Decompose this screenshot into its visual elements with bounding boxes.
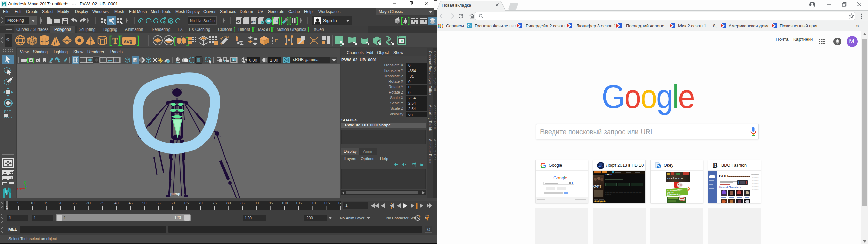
svg-text:50: 50	[142, 201, 146, 205]
svg-text:30: 30	[86, 201, 91, 205]
svg-text:25: 25	[72, 201, 76, 205]
svg-text:T: T	[112, 36, 118, 45]
svg-text:ON: ON	[285, 59, 289, 62]
svg-text:20: 20	[58, 201, 62, 205]
svg-text:0.00: 0.00	[249, 58, 257, 63]
svg-text:HD: HD	[598, 165, 603, 168]
svg-text:[: [	[173, 35, 176, 46]
svg-text:115: 115	[324, 201, 330, 205]
svg-text:45: 45	[129, 201, 133, 205]
svg-text:70: 70	[198, 201, 202, 205]
svg-text:10: 10	[30, 201, 34, 205]
svg-text:65: 65	[184, 201, 189, 205]
svg-text:100: 100	[281, 201, 288, 205]
svg-text:5: 5	[17, 201, 19, 205]
svg-text:85: 85	[240, 201, 244, 205]
svg-text:persp: persp	[170, 191, 180, 196]
svg-text:105: 105	[296, 201, 302, 205]
svg-text:55: 55	[156, 201, 160, 205]
svg-text:110: 110	[310, 201, 316, 205]
svg-text:]: ]	[33, 57, 34, 63]
svg-text:svg: svg	[124, 39, 132, 44]
svg-text:35: 35	[100, 201, 104, 205]
svg-text:x: x	[17, 187, 18, 191]
svg-text:120: 120	[338, 201, 341, 205]
svg-text:15: 15	[44, 201, 48, 205]
svg-text:90: 90	[255, 201, 259, 205]
svg-text:1.00: 1.00	[270, 58, 278, 63]
svg-text:40: 40	[114, 201, 118, 205]
svg-text:]: ]	[186, 35, 190, 46]
svg-text:80: 80	[226, 201, 231, 205]
svg-text:60: 60	[171, 201, 175, 205]
svg-text:y: y	[24, 180, 26, 184]
svg-text:75: 75	[213, 201, 217, 205]
svg-text:95: 95	[269, 201, 273, 205]
svg-text:IPR: IPR	[251, 21, 256, 24]
svg-text:z: z	[26, 185, 28, 188]
svg-text:[: [	[27, 57, 29, 63]
svg-text:T: T	[115, 58, 117, 63]
